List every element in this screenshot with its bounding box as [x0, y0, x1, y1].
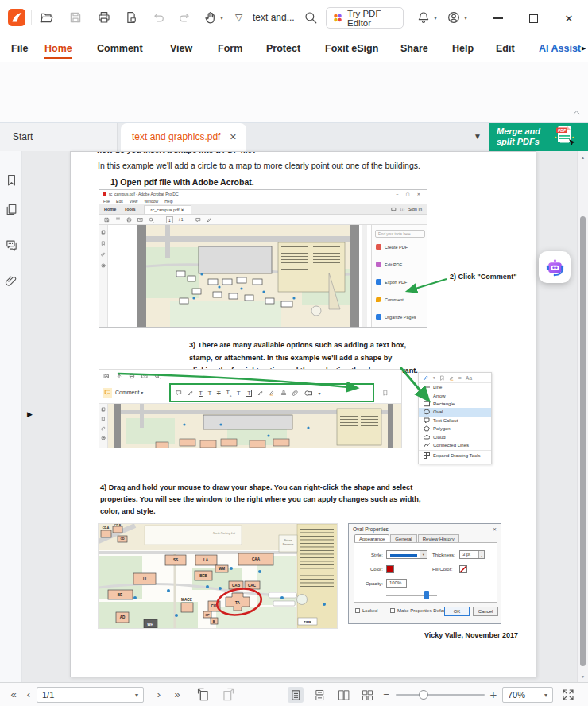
- vertical-scrollbar[interactable]: ▲ ▼: [577, 151, 588, 682]
- account-icon[interactable]: [447, 10, 461, 25]
- menu-file[interactable]: File: [11, 36, 29, 62]
- svg-text:SS: SS: [173, 558, 178, 562]
- campus-map-strip: [108, 404, 402, 448]
- comment-icon: [376, 297, 381, 302]
- pan-mode-icon[interactable]: ▽: [235, 12, 242, 23]
- next-view-button[interactable]: [221, 687, 236, 705]
- bell-caret-icon[interactable]: ▾: [434, 14, 437, 21]
- try-pdf-editor-button[interactable]: Try PDF Editor: [326, 7, 404, 29]
- edit-pdf-icon: [376, 262, 381, 267]
- comments-panel-icon[interactable]: [5, 239, 18, 255]
- zoom-slider-thumb[interactable]: [419, 690, 428, 700]
- menu-edit[interactable]: Edit: [496, 36, 515, 62]
- next-page-button[interactable]: ›: [153, 683, 165, 706]
- zoom-box-caret-icon[interactable]: ▾: [544, 692, 547, 699]
- previous-view-button[interactable]: [195, 687, 211, 705]
- tab-start[interactable]: Start: [0, 123, 118, 151]
- maximize-button[interactable]: [524, 10, 542, 26]
- drawing-tool-icon: [423, 374, 429, 381]
- svg-text:CAA: CAA: [252, 557, 261, 561]
- menu-help[interactable]: Help: [452, 36, 474, 62]
- panel-expand-handle-icon[interactable]: ▶: [27, 410, 33, 418]
- tab-list-caret-icon[interactable]: ▼: [474, 132, 482, 141]
- attachments-panel-icon[interactable]: [5, 274, 18, 291]
- svg-text:LA: LA: [203, 558, 209, 562]
- sticky-note-icon: [176, 390, 182, 396]
- status-bar: « ‹ 1/1 ▾ › » − + 70% ▾: [0, 682, 588, 706]
- acrobat-title-bar: rc_campus.pdf - Adobe Acrobat Pro DC – ▢…: [99, 190, 427, 198]
- menu-overflow-arrow-icon[interactable]: ▶: [582, 45, 586, 52]
- menu-home[interactable]: Home: [44, 36, 72, 62]
- zoom-in-button[interactable]: +: [486, 683, 501, 706]
- merge-pdf-banner-icon: PDF: [553, 126, 577, 149]
- foxit-pdf-editor-window: ▾ ▽ text and... Try PDF Editor ▾ ▾ ✕ Fil…: [0, 0, 588, 706]
- merge-split-banner[interactable]: Merge and split PDFs PDF: [489, 123, 588, 151]
- continuous-view-button[interactable]: [311, 687, 327, 703]
- menu-foxit-esign[interactable]: Foxit eSign: [325, 36, 378, 62]
- svg-text:BEB: BEB: [199, 574, 207, 578]
- pdf-page[interactable]: how do you insert a shape into a PDF fil…: [70, 151, 536, 677]
- acrobat-search-icon: [149, 217, 154, 223]
- notifications-bell-icon[interactable]: [416, 10, 431, 25]
- menu-ai-assistant[interactable]: AI Assist: [539, 36, 582, 62]
- export-page-icon[interactable]: [124, 10, 138, 25]
- first-page-button[interactable]: «: [6, 683, 21, 706]
- last-page-button[interactable]: »: [170, 683, 184, 706]
- menu-view[interactable]: View: [170, 36, 192, 62]
- robot-icon: [544, 257, 566, 278]
- print-icon[interactable]: [97, 10, 111, 25]
- comment-bar: Comment ▾ T T T Ta T T ▾: [99, 382, 401, 404]
- menu-form[interactable]: Form: [218, 36, 242, 62]
- single-page-view-button[interactable]: [288, 687, 304, 703]
- acrobat-pen-icon: [207, 217, 212, 223]
- title-bar: ▾ ▽ text and... Try PDF Editor ▾ ▾ ✕: [0, 0, 588, 36]
- shape-item-connected-lines: Connected Lines: [419, 441, 491, 449]
- acrobat-info-icon: ⓘ: [400, 207, 404, 211]
- bookmarks-panel-icon[interactable]: [5, 173, 18, 190]
- pages-panel-icon[interactable]: [5, 203, 18, 219]
- acrobat-tool-export-pdf: Export PDF: [376, 279, 407, 285]
- menu-share[interactable]: Share: [400, 36, 428, 62]
- acrobat-page-number-box: 1: [166, 216, 173, 223]
- dialog-cancel-button: Cancel: [473, 607, 498, 616]
- scroll-up-icon[interactable]: ▲: [581, 155, 585, 160]
- undo-icon[interactable]: [152, 10, 166, 25]
- highlighter-icon: [269, 390, 275, 396]
- tab-close-icon[interactable]: ✕: [230, 123, 237, 151]
- zoom-out-button[interactable]: −: [380, 683, 393, 706]
- try-pdf-editor-label: Try PDF Editor: [347, 9, 403, 28]
- menu-comment[interactable]: Comment: [97, 36, 143, 62]
- zoom-level-box[interactable]: 70% ▾: [502, 687, 553, 703]
- svg-text:CO: CO: [211, 604, 217, 608]
- acrobat-doc-tab: rc_campus.pdf ✕: [144, 205, 191, 214]
- account-caret-icon[interactable]: ▾: [464, 14, 467, 21]
- dialog-ok-button: OK: [444, 607, 470, 616]
- document-title-short: text and...: [253, 12, 295, 23]
- prev-page-button[interactable]: ‹: [22, 683, 35, 706]
- scroll-down-icon[interactable]: ▼: [581, 674, 585, 679]
- menu-protect[interactable]: Protect: [266, 36, 300, 62]
- minimize-button[interactable]: [489, 10, 507, 26]
- hand-tool-icon[interactable]: [203, 10, 218, 25]
- acrobat-comment-bubble-icon: [391, 207, 397, 212]
- open-file-icon[interactable]: [39, 10, 54, 25]
- search-icon[interactable]: [304, 10, 318, 25]
- ai-assistant-button[interactable]: [539, 251, 571, 283]
- acrobat-menu-bar: FileEditViewWindowHelp: [99, 198, 427, 204]
- redo-icon[interactable]: [177, 10, 191, 25]
- facing-view-button[interactable]: [335, 687, 351, 703]
- close-button[interactable]: ✕: [559, 10, 578, 26]
- acrobat-tool-organize: Organize Pages: [376, 314, 416, 320]
- page-box-caret-icon[interactable]: ▾: [135, 692, 138, 699]
- save-icon[interactable]: [68, 10, 83, 25]
- fullscreen-button[interactable]: [561, 688, 575, 705]
- svg-text:CP: CP: [205, 614, 210, 617]
- zoom-slider-track[interactable]: [396, 694, 485, 696]
- svg-text:WH: WH: [147, 623, 153, 626]
- scrollbar-thumb[interactable]: [580, 216, 586, 666]
- page-number-box[interactable]: 1/1 ▾: [37, 687, 144, 703]
- collapse-ribbon-icon[interactable]: [571, 107, 582, 122]
- tab-document[interactable]: text and graphics.pdf ✕: [121, 123, 246, 151]
- grid-view-button[interactable]: [359, 687, 375, 703]
- hand-tool-caret-icon[interactable]: ▾: [220, 14, 223, 21]
